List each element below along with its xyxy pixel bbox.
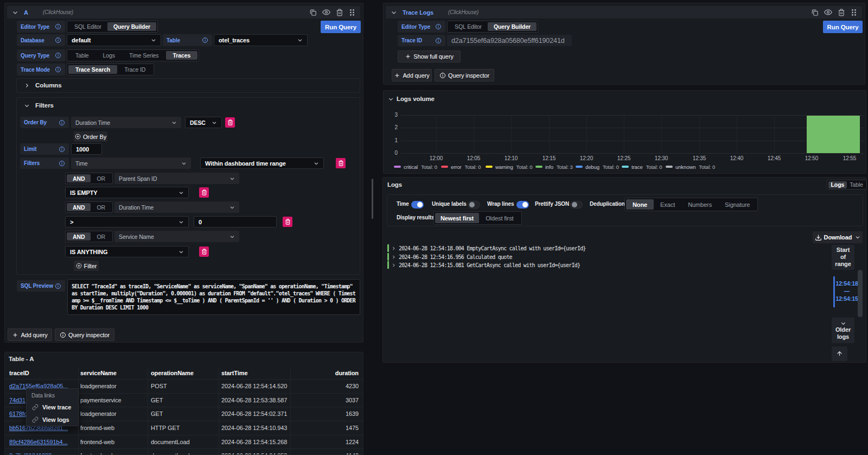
info-icon[interactable] xyxy=(202,37,208,43)
log-row[interactable]: 2024-06-28 12:54:15.081 GetCartAsync cal… xyxy=(387,261,801,269)
limit-input[interactable]: 1000 xyxy=(71,143,102,155)
add-filter-button[interactable]: Filter xyxy=(74,261,99,271)
show-full-query-button[interactable]: Show full query xyxy=(398,50,461,62)
drag-handle-icon[interactable] xyxy=(851,9,857,16)
scroll-to-top-button[interactable] xyxy=(832,346,847,361)
info-icon[interactable] xyxy=(59,119,65,126)
col-header-operationname[interactable]: operationName xyxy=(151,370,217,376)
legend-item-error[interactable]: error Total: 0 xyxy=(441,163,481,170)
add-order-by-button[interactable]: Order By xyxy=(74,131,107,142)
col-header-servicename[interactable]: serviceName xyxy=(80,370,146,376)
collapse-chevron-icon[interactable] xyxy=(12,9,18,16)
add-query-button[interactable]: Add query xyxy=(392,69,432,81)
collapse-chevron-icon[interactable] xyxy=(391,9,397,16)
older-logs-button[interactable]: Older logs xyxy=(832,318,854,343)
info-icon[interactable] xyxy=(435,23,442,30)
remove-condition-button[interactable] xyxy=(199,187,209,198)
expand-chevron-icon[interactable] xyxy=(391,263,396,268)
download-button[interactable]: Download xyxy=(813,231,863,243)
pane-scrollbar[interactable] xyxy=(372,179,373,219)
run-query-button[interactable]: Run Query xyxy=(321,21,361,33)
view-trace-menu-item[interactable]: View trace xyxy=(27,401,78,413)
col-header-duration[interactable]: duration xyxy=(291,370,359,376)
query-ref-id[interactable]: A xyxy=(24,9,28,16)
query-type-time-series[interactable]: Time Series xyxy=(122,51,166,60)
info-icon[interactable] xyxy=(59,160,65,167)
filters-section-header[interactable]: Filters xyxy=(24,102,54,109)
expand-chevron-icon[interactable] xyxy=(391,255,396,260)
order-by-direction-select[interactable]: DESC xyxy=(185,117,222,128)
editor-type-query-builder[interactable]: Query Builder xyxy=(107,22,156,31)
dedup-signature[interactable]: Signature xyxy=(718,199,756,210)
remove-filter-button[interactable] xyxy=(336,158,346,168)
order-by-field-select[interactable]: Duration Time xyxy=(71,117,181,128)
condition-operator-select[interactable]: IS ANYTHING xyxy=(65,246,189,257)
query-header-trace-logs[interactable]: Trace Logs (ClickHouse) xyxy=(386,6,862,18)
or-option[interactable]: OR xyxy=(91,203,111,211)
dedup-exact[interactable]: Exact xyxy=(654,199,681,210)
remove-condition-button[interactable] xyxy=(199,247,209,257)
condition-field-select[interactable]: Duration Time xyxy=(114,201,239,213)
duplicate-query-icon[interactable] xyxy=(309,9,317,16)
query-type-table[interactable]: Table xyxy=(68,51,96,60)
trace-id-link[interactable]: 89cf4286e631591b4... xyxy=(9,439,78,445)
query-inspector-button[interactable]: Query inspector xyxy=(435,69,494,81)
query-type-logs[interactable]: Logs xyxy=(96,51,122,60)
remove-order-by-button[interactable] xyxy=(225,117,235,128)
legend-item-trace[interactable]: trace Total: 0 xyxy=(622,163,662,170)
col-header-traceid[interactable]: traceID xyxy=(9,370,76,376)
hide-response-icon[interactable] xyxy=(824,8,832,16)
prettify-json-toggle[interactable] xyxy=(570,201,583,208)
log-row[interactable]: 2024-06-28 12:54:18.004 EmptyCartAsync c… xyxy=(387,244,801,252)
legend-item-info[interactable]: info Total: 3 xyxy=(535,163,573,170)
view-logs-option[interactable]: Logs xyxy=(828,181,847,188)
database-select[interactable]: default xyxy=(67,34,161,46)
display-oldest-first[interactable]: Oldest first xyxy=(479,213,520,223)
filter-operator-select[interactable]: Within dashboard time range xyxy=(200,157,324,169)
panel-title[interactable]: Table - A xyxy=(9,356,34,362)
condition-operator-select[interactable]: > xyxy=(65,216,189,228)
view-logs-menu-item[interactable]: View logs xyxy=(27,413,78,426)
remove-query-icon[interactable] xyxy=(336,9,343,16)
run-query-button[interactable]: Run Query xyxy=(823,21,863,33)
condition-field-select[interactable]: Parent Span ID xyxy=(114,173,239,184)
hide-response-icon[interactable] xyxy=(322,8,330,16)
wrap-lines-toggle[interactable] xyxy=(516,201,529,208)
info-icon[interactable] xyxy=(55,52,61,59)
editor-type-sql-editor[interactable]: SQL Editor xyxy=(449,22,488,31)
query-inspector-button[interactable]: Query inspector xyxy=(55,328,114,341)
info-volume-bar[interactable] xyxy=(807,116,860,153)
condition-field-select[interactable]: Service Name xyxy=(114,231,239,242)
info-icon[interactable] xyxy=(55,66,61,73)
editor-type-sql-editor[interactable]: SQL Editor xyxy=(68,22,107,31)
or-option[interactable]: OR xyxy=(91,232,111,241)
and-option[interactable]: AND xyxy=(67,174,91,182)
filter-field-select[interactable]: Time xyxy=(71,157,191,169)
duplicate-query-icon[interactable] xyxy=(811,9,819,16)
query-ref-id[interactable]: Trace Logs xyxy=(403,9,433,16)
editor-type-query-builder[interactable]: Query Builder xyxy=(488,22,537,31)
trace-id-link[interactable]: 8e7faf61841888... xyxy=(9,452,78,455)
legend-item-unknown[interactable]: unknown Total: 0 xyxy=(666,163,715,170)
legend-item-debug[interactable]: debug Total: 0 xyxy=(576,163,619,170)
info-icon[interactable] xyxy=(59,146,65,153)
condition-operator-select[interactable]: IS EMPTY xyxy=(65,187,189,198)
condition-value-input[interactable]: 0 xyxy=(194,216,277,228)
and-option[interactable]: AND xyxy=(67,203,91,211)
dedup-none[interactable]: None xyxy=(626,199,654,210)
trace-id-input[interactable]: d2a7155ef6a928a05680e5ff6190241d xyxy=(447,35,572,46)
legend-item-warning[interactable]: warning Total: 0 xyxy=(486,163,532,170)
legend-item-critical[interactable]: critical Total: 0 xyxy=(394,163,437,170)
time-toggle[interactable] xyxy=(411,201,424,208)
info-icon[interactable] xyxy=(55,37,61,43)
logs-scrollbar[interactable] xyxy=(858,270,863,317)
view-table-option[interactable]: Table xyxy=(847,181,866,188)
col-header-starttime[interactable]: startTime xyxy=(221,370,289,376)
display-newest-first[interactable]: Newest first xyxy=(435,213,479,223)
log-row[interactable]: 2024-06-28 12:54:16.956 Calculated quote xyxy=(387,253,801,261)
and-option[interactable]: AND xyxy=(67,232,91,241)
query-type-traces[interactable]: Traces xyxy=(166,51,198,60)
table-select[interactable]: otel_traces xyxy=(214,34,308,46)
query-header-a[interactable]: A (ClickHouse) xyxy=(7,6,360,18)
info-icon[interactable] xyxy=(55,23,61,30)
